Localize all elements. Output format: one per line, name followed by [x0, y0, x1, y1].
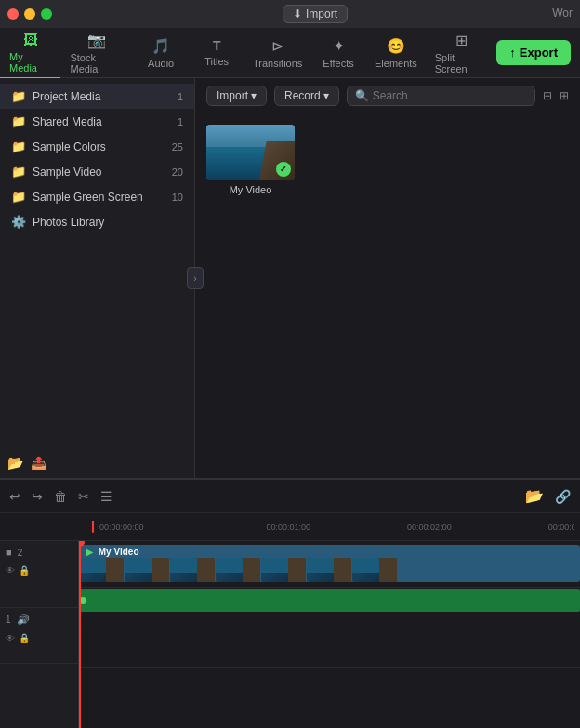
media-item-my-video[interactable]: ✓ My Video [206, 125, 295, 195]
add-track-button[interactable]: 📂 [525, 487, 544, 505]
video-clip[interactable]: ▶ My Video [79, 545, 580, 582]
folder-icon-colors: 📁 [11, 139, 26, 153]
timecode-0: 00:00:00:00 [99, 523, 144, 532]
import-chevron-icon: ▾ [251, 89, 257, 102]
record-chevron-icon: ▾ [323, 89, 329, 102]
playhead[interactable] [79, 541, 81, 728]
media-area: Import ▾ Record ▾ 🔍 ⊟ ⊞ [195, 78, 580, 478]
tab-bar: 🖼 My Media 📷 Stock Media 🎵 Audio T Title… [0, 28, 580, 78]
timecode-1: 00:00:01:00 [267, 523, 311, 532]
tab-stock-media[interactable]: 📷 Stock Media [60, 26, 133, 80]
import-title-btn[interactable]: ⬇ Import [283, 5, 348, 23]
clip-thumb-2 [125, 558, 169, 582]
transitions-icon: ⊳ [271, 37, 283, 55]
timeline-controls: ▎ 00:00:00:00 00:00:01:00 00:00:02:00 00… [0, 513, 580, 541]
audio-clip[interactable] [79, 589, 580, 612]
titles-icon: T [213, 38, 221, 53]
track2-label: 2 [18, 548, 23, 558]
list-button[interactable]: ☰ [100, 489, 112, 504]
import-icon: ⬇ [293, 7, 302, 20]
elements-icon: 😊 [387, 37, 405, 55]
minimize-button[interactable] [24, 8, 35, 20]
track1-number: 1 [6, 615, 11, 625]
timeline-toolbar: ↩ ↪ 🗑 ✂ ☰ 📂 🔗 [0, 480, 580, 513]
empty-track [79, 612, 580, 668]
photos-icon: ⚙️ [11, 215, 26, 229]
selected-badge: ✓ [276, 162, 291, 177]
track1-lock-icon[interactable]: 🔒 [19, 633, 30, 643]
sidebar-item-sample-colors[interactable]: 📁 Sample Colors 25 [0, 134, 194, 159]
track-label-2: ■ 2 👁 🔒 [0, 541, 78, 608]
filter-icon[interactable]: ⊟ [543, 89, 552, 102]
grid-icon[interactable]: ⊞ [560, 89, 569, 102]
audio-icon: 🎵 [152, 37, 170, 55]
tracks-container: ■ 2 👁 🔒 1 🔊 👁 🔒 [0, 541, 580, 728]
track-label-1: 1 🔊 👁 🔒 [0, 608, 78, 664]
track2-number: ■ [6, 547, 12, 558]
window-title: Wor [552, 7, 573, 20]
tab-titles[interactable]: T Titles [189, 33, 244, 73]
timeline-body: ▎ 00:00:00:00 00:00:01:00 00:00:02:00 00… [0, 513, 580, 728]
clip-thumb-1 [79, 558, 124, 582]
tracks-content: ▶ My Video [79, 541, 580, 728]
tab-transitions[interactable]: ⊳ Transitions [244, 32, 310, 74]
folder-icon-video: 📁 [11, 165, 26, 179]
export-button[interactable]: ↑ Export [496, 40, 571, 65]
export-icon: ↑ [509, 46, 516, 60]
tab-effects[interactable]: ✦ Effects [310, 32, 366, 74]
maximize-button[interactable] [41, 8, 52, 20]
stock-media-icon: 📷 [87, 32, 106, 49]
title-bar: ⬇ Import Wor [0, 0, 580, 28]
timeline-area: ↩ ↪ 🗑 ✂ ☰ 📂 🔗 ▎ 00:00:00:00 00:00:01:00 … [0, 478, 580, 728]
track1-speaker-icon[interactable]: 🔊 [17, 614, 30, 626]
title-bar-center: ⬇ Import [58, 5, 573, 23]
split-screen-icon: ⊞ [455, 32, 468, 49]
main-area: 📁 Project Media 1 📁 Shared Media 1 📁 Sam… [0, 78, 580, 478]
search-box[interactable]: 🔍 [347, 86, 535, 106]
import-button[interactable]: Import ▾ [206, 86, 267, 106]
media-item-label: My Video [206, 184, 295, 195]
sidebar-collapse-arrow[interactable]: › [187, 267, 204, 289]
track-labels: ■ 2 👁 🔒 1 🔊 👁 🔒 [0, 541, 79, 728]
timecode-3: 00:00:03:00 [548, 523, 574, 532]
my-media-icon: 🖼 [23, 32, 38, 48]
track2-eye-icon[interactable]: 👁 [6, 565, 15, 576]
delete-button[interactable]: 🗑 [54, 489, 67, 504]
folder-icon: 📁 [11, 89, 26, 103]
audio-track [79, 589, 580, 608]
clip-thumb-7 [352, 558, 397, 582]
record-button[interactable]: Record ▾ [274, 86, 339, 106]
split-button[interactable]: ✂ [78, 489, 89, 504]
folder-icon-green: 📁 [11, 190, 26, 204]
media-grid: ✓ My Video [195, 113, 580, 478]
track2-lock-icon[interactable]: 🔒 [19, 565, 30, 576]
sidebar: 📁 Project Media 1 📁 Shared Media 1 📁 Sam… [0, 78, 195, 478]
search-input[interactable] [373, 89, 527, 102]
sidebar-item-shared-media[interactable]: 📁 Shared Media 1 [0, 109, 194, 134]
sidebar-item-project-media[interactable]: 📁 Project Media 1 [0, 84, 194, 109]
timecode-2: 00:00:02:00 [407, 523, 452, 532]
redo-button[interactable]: ↪ [32, 489, 43, 504]
clip-thumb-4 [216, 558, 260, 582]
clip-label: ▶ My Video [86, 547, 139, 557]
sidebar-item-sample-video[interactable]: 📁 Sample Video 20 [0, 159, 194, 184]
tab-audio[interactable]: 🎵 Audio [133, 32, 189, 74]
track1-eye-icon[interactable]: 👁 [6, 633, 15, 643]
new-folder-icon[interactable]: 📂 [7, 456, 23, 470]
tab-split-screen[interactable]: ⊞ Split Screen [426, 26, 497, 80]
clip-thumb-5 [261, 558, 306, 582]
toolbar-icons: ⊟ ⊞ [543, 89, 569, 102]
sidebar-item-sample-green-screen[interactable]: 📁 Sample Green Screen 10 [0, 184, 194, 209]
folder-icon-shared: 📁 [11, 114, 26, 128]
import-bottom-icon[interactable]: 📤 [31, 456, 46, 470]
sidebar-item-photos-library[interactable]: ⚙️ Photos Library [0, 209, 194, 234]
effects-icon: ✦ [333, 37, 345, 55]
close-button[interactable] [7, 8, 19, 20]
clip-thumb-3 [170, 558, 215, 582]
tab-my-media[interactable]: 🖼 My Media [0, 26, 60, 79]
link-button[interactable]: 🔗 [555, 489, 571, 504]
search-icon: 🔍 [355, 89, 369, 102]
clip-thumb-6 [307, 558, 351, 582]
undo-button[interactable]: ↩ [9, 489, 20, 504]
tab-elements[interactable]: 😊 Elements [366, 32, 426, 74]
